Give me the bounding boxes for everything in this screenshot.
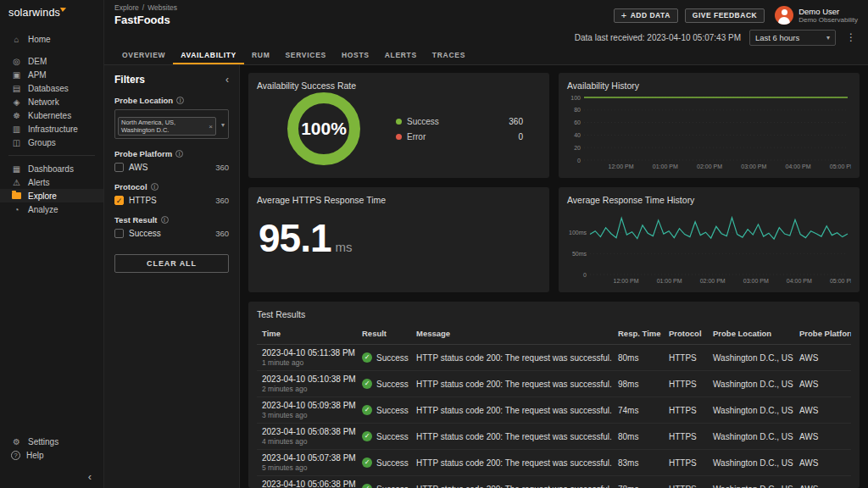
tab-traces[interactable]: TRACES [425, 47, 473, 64]
checkbox[interactable] [114, 196, 124, 205]
sidebar-item-kubernetes[interactable]: ☸Kubernetes [0, 108, 103, 122]
sidebar-item-label: Dashboards [28, 164, 74, 174]
sidebar-collapse-button[interactable]: ‹ [0, 462, 103, 485]
svg-text:0: 0 [583, 272, 587, 278]
table-row[interactable]: 2023-04-10 05:07:38 PM5 minutes agoSucce… [257, 450, 851, 476]
avg-response-metric: 95.1 ms [259, 219, 541, 258]
availability-history-chart: 02040608010012:00 PM01:00 PM02:00 PM03:0… [567, 92, 851, 170]
card-title: Average Response Time History [567, 195, 851, 205]
network-icon: ◈ [11, 97, 22, 107]
filter-group-label: Probe Platform [114, 149, 229, 158]
sidebar-divider [8, 155, 95, 156]
toolbar: Data last received: 2023-04-10 05:07:43 … [104, 27, 868, 47]
column-header[interactable]: Result [357, 323, 411, 345]
svg-text:04:00 PM: 04:00 PM [786, 164, 811, 169]
legend-dot [396, 134, 402, 140]
success-rate-donut-chart: 100% [287, 92, 360, 165]
clear-all-button[interactable]: CLEAR ALL [114, 254, 229, 273]
sidebar-item-infrastructure[interactable]: ▥Infrastructure [0, 122, 103, 136]
sidebar-item-analyze[interactable]: ◔Analyze [0, 202, 103, 216]
sidebar-item-label: Databases [28, 84, 69, 93]
page-heading: Explore / Websites FastFoods [114, 3, 177, 26]
header-actions: + ADD DATA GIVE FEEDBACK Demo User Demo … [614, 6, 858, 25]
column-header[interactable]: Time [257, 323, 357, 345]
groups-icon: ◫ [11, 138, 22, 147]
tab-availability[interactable]: AVAILABILITY [173, 47, 244, 64]
tab-rum[interactable]: RUM [244, 47, 277, 64]
time-range-select[interactable]: Last 6 hours ▾ [749, 30, 836, 46]
collapse-filters-icon[interactable]: ‹ [225, 74, 229, 86]
chart-legend: Success360Error0 [396, 111, 523, 147]
user-menu[interactable]: Demo User Demo Observability [775, 6, 858, 25]
home-icon: ⌂ [11, 35, 22, 44]
analyze-icon: ◔ [11, 205, 22, 214]
tab-hosts[interactable]: HOSTS [334, 47, 377, 64]
sidebar-item-explore[interactable]: Explore [0, 189, 103, 202]
avatar[interactable] [775, 6, 793, 25]
solarwinds-logo[interactable]: solarwinds [0, 0, 103, 25]
table-row[interactable]: 2023-04-10 05:06:38 PM6 minutes agoSucce… [257, 476, 851, 488]
svg-text:40: 40 [574, 132, 581, 138]
sidebar-item-apm[interactable]: ▣APM [0, 68, 103, 81]
column-header[interactable]: Protocol [664, 323, 708, 345]
sidebar-item-label: Network [28, 97, 59, 107]
last-received-text: Data last received: 2023-04-10 05:07:43 … [575, 33, 741, 42]
filter-option-https[interactable]: HTTPS360 [114, 196, 229, 205]
give-feedback-button[interactable]: GIVE FEEDBACK [685, 8, 765, 23]
sidebar-item-network[interactable]: ◈Network [0, 95, 103, 108]
probe-location-tag: North America, US, Washington D.C. × [118, 117, 216, 136]
sidebar-item-help[interactable]: ?Help [0, 448, 103, 462]
sidebar-item-settings[interactable]: ⚙Settings [0, 435, 103, 448]
add-data-label: ADD DATA [631, 11, 670, 19]
column-header[interactable]: Resp. Time [613, 323, 664, 345]
sidebar-item-label: Kubernetes [28, 111, 71, 120]
tab-overview[interactable]: OVERVIEW [114, 47, 173, 64]
filters-panel: Filters ‹ Probe Location North America, … [104, 65, 240, 488]
logo-text: solarwinds [8, 7, 60, 19]
sidebar-item-dem[interactable]: ◎DEM [0, 54, 103, 68]
add-data-button[interactable]: + ADD DATA [614, 8, 678, 23]
test-results-table: TimeResultMessageResp. TimeProtocolProbe… [257, 323, 851, 488]
legend-item-error: Error0 [396, 132, 523, 141]
breadcrumb-explore[interactable]: Explore [114, 3, 139, 12]
svg-text:03:00 PM: 03:00 PM [741, 164, 766, 169]
sidebar-item-alerts[interactable]: ⚠Alerts [0, 175, 103, 189]
table-row[interactable]: 2023-04-10 05:10:38 PM2 minutes agoSucce… [257, 371, 851, 397]
table-row[interactable]: 2023-04-10 05:08:38 PM4 minutes agoSucce… [257, 424, 851, 450]
tab-services[interactable]: SERVICES [277, 47, 333, 64]
column-header[interactable]: Probe Location [708, 323, 794, 345]
user-meta: Demo User Demo Observability [798, 7, 858, 24]
table-row[interactable]: 2023-04-10 05:11:38 PM1 minute agoSucces… [257, 345, 851, 371]
column-header[interactable]: Probe Platform [794, 323, 851, 345]
sidebar-item-label: Alerts [28, 178, 50, 187]
checkbox[interactable] [114, 163, 124, 172]
remove-tag-icon[interactable]: × [209, 123, 213, 130]
filter-group-label-text: Probe Location [114, 96, 173, 105]
column-header[interactable]: Message [411, 323, 613, 345]
tab-alerts[interactable]: ALERTS [377, 47, 425, 64]
success-check-icon [362, 405, 372, 415]
settings-icon: ⚙ [11, 437, 22, 446]
card-title: Availability Success Rate [257, 80, 541, 91]
sidebar-item-home[interactable]: ⌂Home [0, 32, 103, 46]
probe-location-select[interactable]: North America, US, Washington D.C. × ▾ [114, 109, 229, 139]
chevron-down-icon: ▾ [826, 34, 830, 42]
success-check-icon [362, 484, 372, 488]
sidebar-nav-primary: ⌂Home [0, 32, 103, 46]
response-time-history-chart: 050ms100ms12:00 PM01:00 PM02:00 PM03:00 … [567, 207, 851, 285]
filter-option-success[interactable]: Success360 [114, 229, 229, 238]
checkbox[interactable] [114, 229, 124, 238]
sidebar-item-dashboards[interactable]: ▦Dashboards [0, 162, 103, 175]
dem-icon: ◎ [11, 57, 22, 66]
availability-history-card: Availability History 02040608010012:00 P… [559, 73, 860, 178]
table-row[interactable]: 2023-04-10 05:09:38 PM3 minutes agoSucce… [257, 397, 851, 424]
filter-option-aws[interactable]: AWS360 [114, 163, 229, 172]
sidebar-item-label: DEM [28, 57, 47, 66]
table-body: 2023-04-10 05:11:38 PM1 minute agoSucces… [257, 345, 851, 488]
filter-option-label: Success [129, 229, 161, 238]
breadcrumb-websites[interactable]: Websites [147, 3, 177, 12]
sidebar-item-databases[interactable]: ▤Databases [0, 81, 103, 95]
sidebar-item-groups[interactable]: ◫Groups [0, 136, 103, 149]
availability-success-rate-card: Availability Success Rate 100% Success36… [248, 73, 549, 178]
kebab-menu-icon[interactable]: ⋮ [844, 31, 858, 43]
